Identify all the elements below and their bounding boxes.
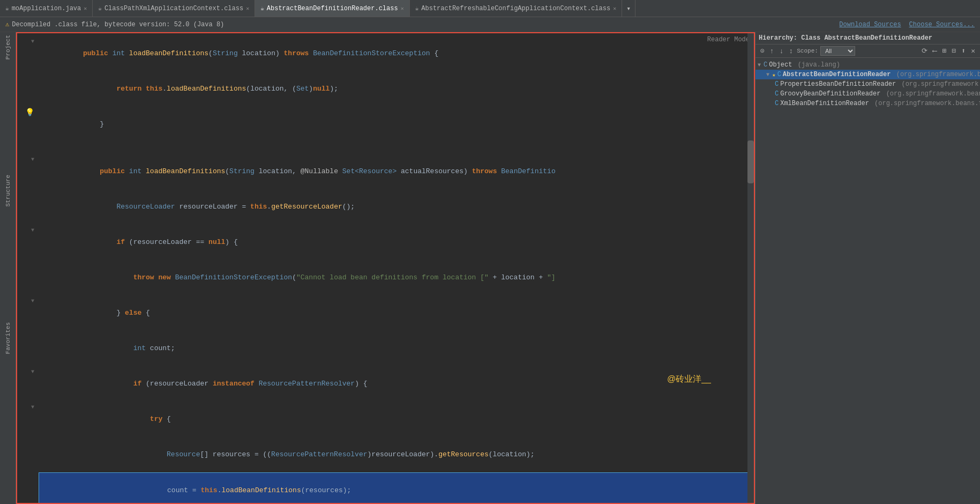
close-icon-tab4[interactable]: ✕	[613, 5, 616, 12]
close-icon-tab2[interactable]: ✕	[246, 5, 249, 12]
fold-arrow-5[interactable]: ▼	[31, 154, 34, 166]
info-bar-right: Download Sources Choose Sources...	[839, 21, 975, 28]
code-line-14: count = this.loadBeanDefinitions(resourc…	[17, 472, 754, 504]
code-line-10: int count;	[17, 331, 754, 366]
line-code-9: } else {	[39, 295, 754, 331]
line-code-12: try {	[39, 402, 754, 437]
line-gutter-5: ▼	[17, 154, 39, 166]
fold-arrow-1[interactable]: ▼	[31, 36, 34, 48]
info-bar-left: ⚠ Decompiled .class file, bytecode versi…	[5, 20, 224, 28]
line-gutter-1: ▼	[17, 36, 39, 48]
code-content: ▼ public int loadBeanDefinitions(String …	[17, 33, 754, 504]
class-icon-xml: C	[775, 100, 779, 107]
java-icon-4: ☕	[415, 5, 419, 12]
hierarchy-btn-up[interactable]: ↑	[768, 47, 776, 56]
line-code-4	[39, 142, 754, 154]
structure-icon[interactable]: Structure	[5, 175, 11, 206]
close-icon-tab1[interactable]: ✕	[84, 5, 87, 12]
hierarchy-tree: ▼ C Object (java.lang) ▼ ★ C AbstractBea…	[755, 58, 980, 504]
line-code-3: }	[39, 107, 754, 142]
h-pkg-abstractbean: (org.springframework.bean	[892, 71, 980, 78]
scrollbar-thumb[interactable]	[747, 140, 754, 183]
hierarchy-btn-export[interactable]: ⬆	[960, 46, 967, 56]
h-pkg-xml: (org.springframework.beans.fa	[871, 100, 980, 107]
line-gutter-11: ▼	[17, 366, 39, 378]
code-line-11: ▼ if (resourceLoader instanceof Resource…	[17, 366, 754, 402]
hierarchy-btn-locate[interactable]: ⊙	[759, 46, 766, 56]
fold-arrow-9[interactable]: ▼	[31, 295, 34, 307]
main-layout: Project Structure Favorites Reader Mode …	[0, 32, 980, 504]
hierarchy-btn-sort[interactable]: ↕	[787, 47, 795, 56]
line-code-1: public int loadBeanDefinitions(String lo…	[39, 36, 754, 71]
java-icon: ☕	[5, 5, 9, 12]
h-label-object: Object	[769, 61, 792, 69]
code-line-13: Resource[] resources = ((ResourcePattern…	[17, 437, 754, 472]
h-label-xml: XmlBeanDefinitionReader	[780, 100, 869, 107]
line-code-10: int count;	[39, 331, 754, 366]
line-gutter-9: ▼	[17, 295, 39, 307]
hierarchy-btn-down[interactable]: ↓	[778, 47, 786, 56]
tab-classpathxml[interactable]: ☕ ClassPathXmlApplicationContext.class ✕	[93, 0, 255, 17]
vertical-scrollbar[interactable]	[747, 33, 754, 503]
h-item-xml[interactable]: C XmlBeanDefinitionReader (org.springfra…	[755, 99, 980, 108]
scope-select[interactable]: All Project	[820, 46, 855, 56]
tab-abstractbeandefinition[interactable]: ☕ AbstractBeanDefinitionReader.class ✕	[255, 0, 410, 17]
line-code-14-highlighted: count = this.loadBeanDefinitions(resourc…	[39, 472, 754, 504]
line-gutter-12: ▼	[17, 402, 39, 413]
line-code-2: return this.loadBeanDefinitions(location…	[39, 71, 754, 107]
tab-dropdown[interactable]: ▾	[622, 0, 635, 17]
watermark: @砖业洋__	[667, 374, 711, 385]
java-icon-3: ☕	[260, 5, 264, 12]
hierarchy-btn-expand[interactable]: ⊞	[941, 46, 948, 56]
hierarchy-btn-filter[interactable]: ⟵	[931, 46, 939, 56]
line-code-8: throw new BeanDefinitionStoreException("…	[39, 260, 754, 295]
h-item-properties[interactable]: C PropertiesBeanDefinitionReader (org.sp…	[755, 79, 980, 89]
line-code-11: if (resourceLoader instanceof ResourcePa…	[39, 366, 754, 402]
line-code-7: if (resourceLoader == null) {	[39, 225, 754, 260]
choose-sources-btn[interactable]: Choose Sources...	[909, 21, 975, 28]
code-editor[interactable]: Reader Mode ▼ public int loadBeanDefinit…	[16, 32, 755, 504]
h-item-abstractbean[interactable]: ▼ ★ C AbstractBeanDefinitionReader (org.…	[755, 70, 980, 79]
hierarchy-toolbar: Hierarchy: Class AbstractBeanDefinitionR…	[755, 32, 980, 45]
code-line-4	[17, 142, 754, 154]
code-line-9: ▼ } else {	[17, 295, 754, 331]
code-line-2: return this.loadBeanDefinitions(location…	[17, 71, 754, 107]
h-label-abstractbean: AbstractBeanDefinitionReader	[783, 71, 891, 78]
tab-bar: ☕ moApplication.java ✕ ☕ ClassPathXmlApp…	[0, 0, 980, 17]
line-code-6: ResourceLoader resourceLoader = this.get…	[39, 189, 754, 225]
class-icon-abstractbean: C	[777, 71, 781, 78]
class-icon-properties: C	[775, 80, 779, 88]
h-label-properties: PropertiesBeanDefinitionReader	[780, 80, 896, 88]
hierarchy-btn-refresh[interactable]: ⟳	[920, 46, 929, 56]
reader-mode-label: Reader Mode	[707, 36, 750, 43]
hierarchy-btn-settings[interactable]: ✕	[969, 46, 977, 56]
class-icon-groovy: C	[775, 90, 779, 98]
h-pkg-object: (java.lang)	[794, 61, 840, 69]
h-item-object[interactable]: ▼ C Object (java.lang)	[755, 60, 980, 70]
class-icon-object: C	[764, 61, 767, 69]
line-code-13: Resource[] resources = ((ResourcePattern…	[39, 437, 754, 472]
h-label-groovy: GroovyBeanDefinitionReader	[780, 90, 880, 98]
light-bulb-icon[interactable]: 💡	[25, 107, 34, 118]
code-line-6: ResourceLoader resourceLoader = this.get…	[17, 189, 754, 225]
close-icon-tab3[interactable]: ✕	[401, 5, 404, 12]
tab-moapplication[interactable]: ☕ moApplication.java ✕	[0, 0, 93, 17]
hierarchy-title: Hierarchy: Class AbstractBeanDefinitionR…	[759, 34, 932, 42]
fold-arrow-12[interactable]: ▼	[31, 402, 34, 413]
favorites-icon[interactable]: Favorites	[5, 322, 11, 354]
line-gutter-7: ▼	[17, 225, 39, 236]
h-item-groovy[interactable]: C GroovyBeanDefinitionReader (org.spring…	[755, 89, 980, 99]
hierarchy-btn-collapse[interactable]: ⊟	[951, 46, 958, 56]
project-icon[interactable]: Project	[5, 35, 11, 60]
expand-icon-object: ▼	[758, 62, 761, 68]
hierarchy-panel: Hierarchy: Class AbstractBeanDefinitionR…	[755, 32, 980, 504]
star-icon: ★	[772, 71, 776, 78]
tab-abstractrefreshable[interactable]: ☕ AbstractRefreshableConfigApplicationCo…	[410, 0, 623, 17]
h-pkg-properties: (org.springframework.b...	[897, 80, 980, 88]
fold-arrow-11[interactable]: ▼	[31, 366, 34, 378]
code-line-8: throw new BeanDefinitionStoreException("…	[17, 260, 754, 295]
info-bar: ⚠ Decompiled .class file, bytecode versi…	[0, 17, 980, 32]
download-sources-btn[interactable]: Download Sources	[839, 21, 901, 28]
fold-arrow-7[interactable]: ▼	[31, 225, 34, 236]
expand-icon-abstractbean: ▼	[766, 72, 769, 78]
